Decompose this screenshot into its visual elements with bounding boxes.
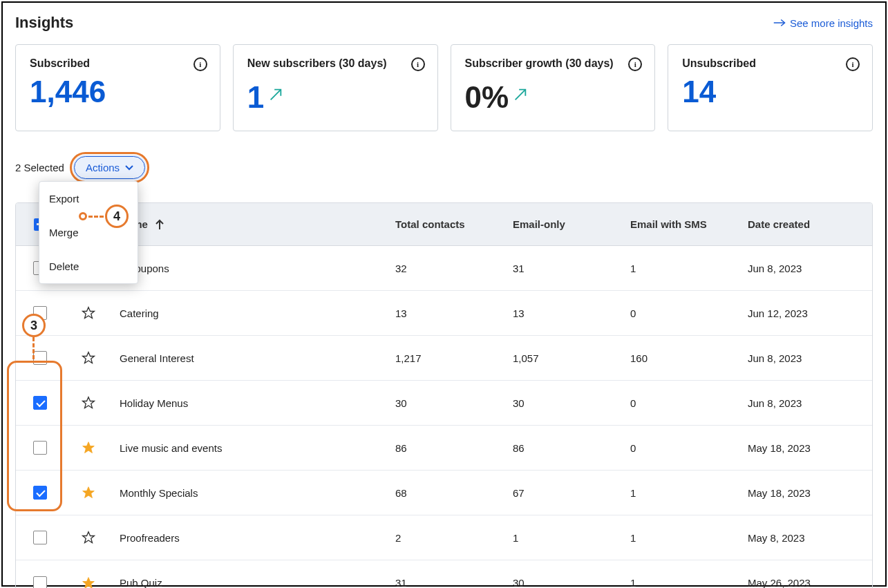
page-title: Insights bbox=[15, 14, 73, 32]
svg-marker-11 bbox=[83, 577, 95, 588]
sort-asc-icon[interactable] bbox=[155, 219, 164, 230]
see-more-label: See more insights bbox=[790, 17, 873, 29]
dropdown-merge[interactable]: Merge bbox=[39, 216, 138, 249]
row-date: May 26, 2023 bbox=[748, 577, 872, 588]
card-value: 1 bbox=[247, 77, 424, 113]
star-outline-icon[interactable] bbox=[82, 396, 95, 410]
row-checkbox[interactable] bbox=[33, 576, 47, 589]
insight-card[interactable]: Unsubscribedi14 bbox=[668, 44, 873, 131]
card-label: New subscribers (30 days) bbox=[247, 57, 424, 70]
info-icon[interactable]: i bbox=[193, 57, 207, 71]
insight-card[interactable]: Subscriber growth (30 days)i0% bbox=[451, 44, 656, 131]
row-email-only: 31 bbox=[513, 263, 630, 274]
star-filled-icon[interactable] bbox=[82, 486, 95, 500]
row-name: Proofreaders bbox=[113, 532, 395, 544]
svg-marker-9 bbox=[83, 487, 95, 498]
row-email-sms: 0 bbox=[630, 397, 748, 409]
selected-count: 2 Selected bbox=[15, 162, 64, 173]
star-outline-icon[interactable] bbox=[82, 306, 95, 320]
card-value: 0% bbox=[465, 77, 641, 113]
row-email-sms: 1 bbox=[630, 487, 748, 499]
row-total: 32 bbox=[395, 263, 513, 274]
row-total: 1,217 bbox=[395, 352, 513, 364]
svg-marker-7 bbox=[83, 397, 95, 408]
row-email-sms: 160 bbox=[630, 352, 748, 364]
svg-marker-8 bbox=[83, 442, 95, 453]
insight-card[interactable]: New subscribers (30 days)i1 bbox=[233, 44, 438, 131]
table-header: Name Total contacts Email-only Email wit… bbox=[16, 203, 872, 246]
row-name: y Coupons bbox=[113, 263, 395, 274]
row-checkbox[interactable] bbox=[33, 531, 47, 544]
row-checkbox[interactable] bbox=[33, 486, 47, 500]
star-filled-icon[interactable] bbox=[82, 441, 95, 455]
table-row[interactable]: Catering13130Jun 12, 2023 bbox=[16, 291, 872, 336]
row-email-only: 30 bbox=[513, 397, 630, 409]
table-row[interactable]: General Interest1,2171,057160Jun 8, 2023 bbox=[16, 336, 872, 381]
row-date: Jun 12, 2023 bbox=[748, 307, 872, 319]
col-date[interactable]: Date created bbox=[748, 218, 872, 230]
row-email-sms: 0 bbox=[630, 442, 748, 454]
col-email-only[interactable]: Email-only bbox=[513, 218, 630, 230]
row-date: May 8, 2023 bbox=[748, 532, 872, 544]
row-email-only: 30 bbox=[513, 577, 630, 588]
row-email-only: 67 bbox=[513, 487, 630, 499]
row-name: Monthly Specials bbox=[113, 487, 395, 499]
row-total: 86 bbox=[395, 442, 513, 454]
table-row[interactable]: Live music and events86860May 18, 2023 bbox=[16, 426, 872, 471]
row-total: 68 bbox=[395, 487, 513, 499]
star-outline-icon[interactable] bbox=[82, 531, 95, 544]
dropdown-delete[interactable]: Delete bbox=[39, 249, 138, 283]
star-outline-icon[interactable] bbox=[82, 351, 95, 365]
row-date: Jun 8, 2023 bbox=[748, 263, 872, 274]
actions-button[interactable]: Actions bbox=[74, 156, 145, 179]
row-checkbox[interactable] bbox=[33, 396, 47, 410]
row-date: Jun 8, 2023 bbox=[748, 397, 872, 409]
row-email-sms: 0 bbox=[630, 307, 748, 319]
row-email-sms: 1 bbox=[630, 532, 748, 544]
col-total[interactable]: Total contacts bbox=[395, 218, 513, 230]
svg-marker-5 bbox=[83, 307, 95, 319]
row-checkbox[interactable] bbox=[33, 306, 47, 320]
row-name: Catering bbox=[113, 307, 395, 319]
table-row[interactable]: Monthly Specials68671May 18, 2023 bbox=[16, 471, 872, 515]
row-email-only: 86 bbox=[513, 442, 630, 454]
svg-line-2 bbox=[516, 90, 526, 100]
info-icon[interactable]: i bbox=[846, 57, 860, 71]
card-value: 14 bbox=[682, 77, 858, 107]
arrow-right-icon bbox=[773, 18, 786, 28]
card-label: Unsubscribed bbox=[682, 57, 858, 70]
row-total: 2 bbox=[395, 532, 513, 544]
row-name: Pub Quiz bbox=[113, 577, 395, 588]
table-row[interactable]: Proofreaders211May 8, 2023 bbox=[16, 515, 872, 560]
insight-card[interactable]: Subscribedi1,446 bbox=[15, 44, 220, 131]
info-icon[interactable]: i bbox=[411, 57, 425, 71]
trend-up-icon bbox=[513, 77, 528, 107]
col-email-sms[interactable]: Email with SMS bbox=[630, 218, 748, 230]
row-date: Jun 8, 2023 bbox=[748, 352, 872, 364]
row-checkbox[interactable] bbox=[33, 441, 47, 455]
table-row[interactable]: Holiday Menus30300Jun 8, 2023 bbox=[16, 381, 872, 426]
row-email-sms: 1 bbox=[630, 577, 748, 588]
row-email-only: 13 bbox=[513, 307, 630, 319]
dropdown-export[interactable]: Export bbox=[39, 182, 138, 216]
row-email-only: 1,057 bbox=[513, 352, 630, 364]
svg-marker-10 bbox=[83, 532, 95, 543]
row-total: 31 bbox=[395, 577, 513, 588]
actions-dropdown: Export Merge Delete bbox=[39, 181, 138, 284]
table-row[interactable]: y Coupons32311Jun 8, 2023 bbox=[16, 246, 872, 291]
see-more-link[interactable]: See more insights bbox=[773, 17, 873, 29]
row-email-sms: 1 bbox=[630, 263, 748, 274]
card-value: 1,446 bbox=[30, 77, 206, 107]
star-filled-icon[interactable] bbox=[82, 576, 95, 589]
row-total: 13 bbox=[395, 307, 513, 319]
table-row[interactable]: Pub Quiz31301May 26, 2023 bbox=[16, 560, 872, 588]
actions-label: Actions bbox=[86, 162, 120, 173]
card-label: Subscriber growth (30 days) bbox=[465, 57, 641, 70]
svg-line-1 bbox=[271, 90, 281, 100]
row-checkbox[interactable] bbox=[33, 351, 47, 365]
row-email-only: 1 bbox=[513, 532, 630, 544]
chevron-down-icon bbox=[125, 165, 133, 171]
row-name: Live music and events bbox=[113, 442, 395, 454]
row-name: Holiday Menus bbox=[113, 397, 395, 409]
row-total: 30 bbox=[395, 397, 513, 409]
